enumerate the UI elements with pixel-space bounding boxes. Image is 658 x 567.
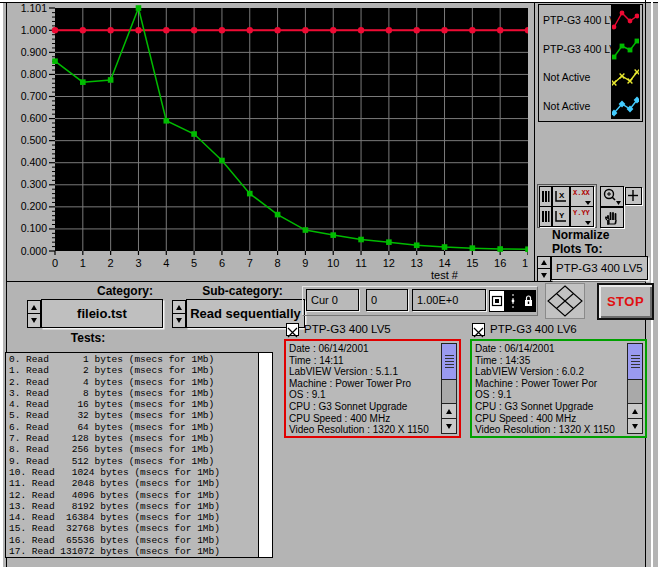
cursor-name-field[interactable]: Cur 0 xyxy=(306,289,359,311)
lock-icon xyxy=(522,291,535,311)
normalize-plots-value: PTP-G3 400 LV5 xyxy=(556,262,643,274)
machine-info-line: Date : 06/14/2001 xyxy=(475,343,623,355)
test-list-item[interactable]: 12. Read 4096 bytes (msecs for 1Mb) xyxy=(6,490,257,501)
stop-button[interactable]: STOP xyxy=(597,283,654,320)
svg-text:0.000: 0.000 xyxy=(21,245,47,257)
machine2-checkbox[interactable] xyxy=(472,323,485,336)
scrollbar-thumb[interactable] xyxy=(442,344,456,380)
test-list-item[interactable]: 5. Read 32 bytes (msecs for 1Mb) xyxy=(6,410,257,421)
hand-icon xyxy=(601,208,623,227)
test-list-item[interactable]: 2. Read 4 bytes (msecs for 1Mb) xyxy=(6,377,257,388)
x-autoscale-button[interactable]: X xyxy=(552,186,570,207)
test-list-item[interactable]: 4. Read 16 bytes (msecs for 1Mb) xyxy=(6,399,257,410)
test-list-item[interactable]: 13. Read 8192 bytes (msecs for 1Mb) xyxy=(6,501,257,512)
legend-item-label: Not Active xyxy=(543,71,590,83)
machine1-header: PTP-G3 400 LV5 xyxy=(286,322,391,336)
scroll-up-button[interactable] xyxy=(442,403,456,418)
legend-line-sample-icon xyxy=(612,8,639,34)
subcategory-value: Read sequentially xyxy=(190,306,301,321)
svg-text:2: 2 xyxy=(108,257,114,269)
test-list-item[interactable]: 14. Read 16384 bytes (msecs for 1Mb) xyxy=(6,512,257,523)
machine2-scrollbar[interactable] xyxy=(627,343,643,434)
subcategory-spinner[interactable] xyxy=(172,300,186,328)
machine-info-line: Time : 14:35 xyxy=(475,355,623,367)
machine-info-line: Video Resolution : 1320 X 1150 xyxy=(475,424,623,436)
legend-item[interactable]: PTP-G3 400 LV6 xyxy=(539,35,640,64)
cursor-y-field[interactable]: 1.00E+0 xyxy=(412,289,486,311)
test-list-item[interactable]: 0. Read 1 bytes (msecs for 1Mb) xyxy=(6,354,257,365)
scroll-up-button[interactable] xyxy=(628,403,642,418)
zoom-tool-button[interactable] xyxy=(600,186,624,207)
test-list-item[interactable]: 3. Read 8 bytes (msecs for 1Mb) xyxy=(6,388,257,399)
machine1-info-lines: Date : 06/14/2001Time : 14:11LabVIEW Ver… xyxy=(289,343,437,436)
normalize-plots-dropdown[interactable]: PTP-G3 400 LV5 xyxy=(551,256,648,280)
y-format-button[interactable]: Y.YY xyxy=(570,206,594,227)
spinner-up-icon[interactable] xyxy=(173,301,185,314)
test-list-item[interactable]: 7. Read 128 bytes (msecs for 1Mb) xyxy=(6,433,257,444)
crosshair-tool-button[interactable] xyxy=(625,187,642,205)
cursor-lock-button[interactable] xyxy=(521,290,536,312)
y-autoscale-button[interactable]: Y xyxy=(552,206,570,227)
scroll-down-button[interactable] xyxy=(628,418,642,433)
cursor-marker-style-button[interactable] xyxy=(489,290,505,312)
test-list-item[interactable]: 16. Read 65536 bytes (msecs for 1Mb) xyxy=(6,535,257,546)
scale-bars-icon xyxy=(540,207,551,226)
legend-item[interactable]: Not Active xyxy=(539,63,640,92)
machine-info-line: CPU Speed : 400 MHz xyxy=(289,413,437,425)
test-list-item[interactable]: 17. Read 131072 bytes (msecs for 1Mb) xyxy=(6,546,257,557)
category-dropdown[interactable]: fileio.tst xyxy=(41,299,163,328)
machine1-checkbox[interactable] xyxy=(286,323,299,336)
spinner-down-icon[interactable] xyxy=(173,314,185,327)
cursor-mover-control[interactable] xyxy=(545,283,585,319)
svg-text:6: 6 xyxy=(219,257,225,269)
svg-text:Y: Y xyxy=(559,211,565,220)
diamond-navigator-icon xyxy=(546,284,584,318)
svg-text:0.900: 0.900 xyxy=(21,46,47,58)
cursor-crosshair-button[interactable] xyxy=(505,290,521,312)
legend-item-label: Not Active xyxy=(543,100,590,112)
spinner-up-icon[interactable] xyxy=(538,257,550,269)
machine-info-line: LabVIEW Version : 6.0.2 xyxy=(475,366,623,378)
tests-listbox[interactable]: 0. Read 1 bytes (msecs for 1Mb)1. Read 2… xyxy=(5,352,273,558)
x-format-label: X.XX xyxy=(573,189,590,197)
test-list-item[interactable]: 1. Read 2 bytes (msecs for 1Mb) xyxy=(6,365,257,376)
test-list-item[interactable]: 6. Read 64 bytes (msecs for 1Mb) xyxy=(6,422,257,433)
scrollbar-thumb[interactable] xyxy=(628,344,642,380)
svg-text:1.101: 1.101 xyxy=(21,2,47,14)
machine-info-line: OS : 9.1 xyxy=(475,389,623,401)
results-graph[interactable]: 0.0000.1000.2000.3000.4000.5000.6000.700… xyxy=(14,2,528,280)
spinner-down-icon[interactable] xyxy=(28,314,40,327)
test-list-item[interactable]: 15. Read 32768 bytes (msecs for 1Mb) xyxy=(6,523,257,534)
y-format-label: Y.YY xyxy=(573,209,590,217)
legend-item[interactable]: PTP-G3 400 LV5 xyxy=(539,6,640,35)
machine-info-line: CPU : G3 Sonnet Upgrade xyxy=(475,401,623,413)
machine1-info-panel: Date : 06/14/2001Time : 14:11LabVIEW Ver… xyxy=(284,339,461,438)
cursor-x-field[interactable]: 0 xyxy=(366,289,408,311)
machine-info-line: LabVIEW Version : 5.1.1 xyxy=(289,366,437,378)
plot-legend[interactable]: PTP-G3 400 LV5PTP-G3 400 LV6Not ActiveNo… xyxy=(538,4,643,122)
normalize-spinner[interactable] xyxy=(537,256,551,282)
pan-tool-button[interactable] xyxy=(600,207,624,228)
legend-item-label: PTP-G3 400 LV6 xyxy=(543,43,622,55)
machine1-scrollbar[interactable] xyxy=(441,343,457,434)
test-list-item[interactable]: 11. Read 2048 bytes (msecs for 1Mb) xyxy=(6,478,257,489)
svg-text:16: 16 xyxy=(494,257,506,269)
test-list-item[interactable]: 8. Read 256 bytes (msecs for 1Mb) xyxy=(6,444,257,455)
scroll-down-button[interactable] xyxy=(442,418,456,433)
machine1-title: PTP-G3 400 LV5 xyxy=(304,323,391,335)
legend-item[interactable]: Not Active xyxy=(539,92,640,121)
x-format-button[interactable]: X.XX xyxy=(570,186,594,207)
x-scale-lock-button[interactable] xyxy=(539,186,552,207)
legend-line-sample-icon xyxy=(612,65,639,91)
tests-scrollbar[interactable] xyxy=(258,353,272,557)
test-list-item[interactable]: 10. Read 1024 bytes (msecs for 1Mb) xyxy=(6,467,257,478)
y-scale-lock-button[interactable] xyxy=(539,206,552,227)
spinner-up-icon[interactable] xyxy=(28,301,40,314)
svg-text:7: 7 xyxy=(247,257,253,269)
svg-text:15: 15 xyxy=(466,257,478,269)
svg-text:0.300: 0.300 xyxy=(21,178,47,190)
category-spinner[interactable] xyxy=(27,300,41,328)
svg-text:1: 1 xyxy=(80,257,86,269)
spinner-down-icon[interactable] xyxy=(538,269,550,281)
test-list-item[interactable]: 9. Read 512 bytes (msecs for 1Mb) xyxy=(6,456,257,467)
